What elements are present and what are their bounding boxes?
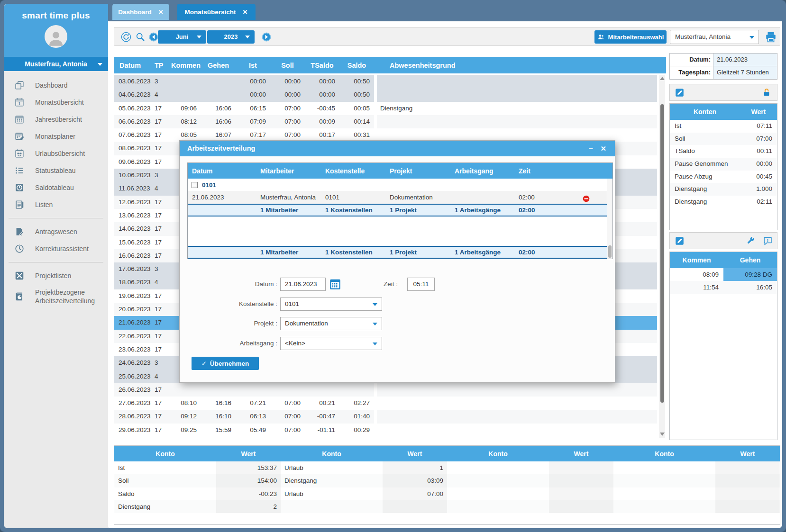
- sidebar-item-listen[interactable]: Listen: [4, 196, 108, 213]
- sidebar-item-urlaubsuebersicht[interactable]: Urlaubsübersicht: [4, 145, 108, 162]
- costcenter-label: Kostenstelle :: [180, 298, 277, 311]
- summary-row: Ist153:37Urlaub1: [114, 461, 780, 474]
- summary-row: Saldo-00:23Urlaub07:00: [114, 487, 780, 500]
- table-row[interactable]: 27.06.202317 08:1016:1607:21 07:0000:210…: [114, 397, 657, 410]
- edit-icon[interactable]: [675, 88, 685, 98]
- day-info-box: Datum: 21.06.2023 Tagesplan: Gleitzeit 7…: [669, 53, 777, 80]
- sidebar-item-saldotableau[interactable]: Saldotableau: [4, 179, 108, 196]
- close-icon[interactable]: ✕: [600, 141, 606, 156]
- konto-row[interactable]: TSaldo00:11: [670, 145, 777, 158]
- summary-header-cell: Wert: [549, 450, 613, 458]
- table-row[interactable]: 04.06.20234 00:00 00:0000:0000:50: [114, 88, 657, 101]
- month-table-header: Datum TP Kommen Gehen Ist Soll TSaldo Sa…: [114, 57, 666, 73]
- year-select[interactable]: 2023: [207, 30, 255, 44]
- book-chart-icon: [14, 291, 25, 302]
- day-date-value: 21.06.2023: [713, 54, 777, 66]
- calendar-vacation-icon: [14, 148, 25, 159]
- sidebar-item-antragswesen[interactable]: Antragswesen: [4, 223, 108, 240]
- previous-month-icon[interactable]: [148, 32, 159, 42]
- table-row[interactable]: 06.06.202317 08:1216:0607:09 07:0000:090…: [114, 115, 657, 128]
- booking-row[interactable]: 08:0909:28 DG: [670, 268, 777, 281]
- sidebar-item-korrekturassistent[interactable]: Korrekturassistent: [4, 240, 108, 257]
- konto-row[interactable]: Dienstgang02:11: [670, 196, 777, 208]
- vertical-scrollbar[interactable]: [659, 75, 665, 438]
- avatar: [45, 25, 67, 48]
- konto-row[interactable]: Pause Abzug00:45: [670, 171, 777, 183]
- month-select[interactable]: Juni: [158, 30, 206, 44]
- refresh-icon[interactable]: [121, 32, 131, 42]
- tab-label: Dashboard: [118, 9, 152, 16]
- table-row[interactable]: 05.06.202317 09:0616:0606:15 07:00-00:45…: [114, 102, 657, 115]
- tab-bar: Dashboard ✕ Monatsübersicht ✕: [108, 0, 782, 21]
- summary-header-cell: Konto: [114, 450, 216, 458]
- lock-icon[interactable]: [762, 88, 772, 98]
- time-input[interactable]: 05:11: [407, 278, 435, 291]
- summary-header-cell: Wert: [216, 450, 281, 458]
- grand-total-row: 1 Mitarbeiter 1 Kostenstellen 1 Projekt …: [188, 246, 607, 259]
- status-list-icon: [14, 165, 25, 176]
- sidebar-item-projektbezogene-arbeitszeitverteilung[interactable]: Projektbezogene Arbeitszeitverteilung: [4, 284, 108, 309]
- edit-icon[interactable]: [675, 236, 685, 246]
- konten-header: Konten Wert: [670, 104, 777, 120]
- distribution-header: Datum Mitarbeiter Kostenstelle Projekt A…: [188, 163, 612, 179]
- saldo-clock-icon: [14, 182, 25, 193]
- konto-row[interactable]: Soll07:00: [670, 133, 777, 145]
- sidebar-item-projektlisten[interactable]: Projektlisten: [4, 267, 108, 284]
- dialog-scrollbar[interactable]: [607, 179, 612, 259]
- tab-dashboard[interactable]: Dashboard ✕: [112, 4, 169, 20]
- sidebar-item-statustableau[interactable]: Statustableau: [4, 162, 108, 179]
- table-row[interactable]: 28.06.202317 09:1216:1006:13 07:00-00:47…: [114, 410, 657, 423]
- sidebar-item-monatsuebersicht[interactable]: 1 Monatsübersicht: [4, 94, 108, 111]
- chevron-down-icon: [98, 63, 102, 66]
- print-icon[interactable]: [765, 31, 777, 43]
- lists-icon: [14, 199, 25, 210]
- group-total-row: 1 Mitarbeiter 1 Kostenstellen 1 Projekt …: [188, 204, 607, 216]
- close-icon[interactable]: ✕: [158, 9, 164, 16]
- remove-icon[interactable]: [582, 194, 589, 201]
- scrollbar-thumb[interactable]: [660, 104, 664, 403]
- project-select[interactable]: Dokumentation: [280, 317, 382, 330]
- sidebar-item-jahresuebersicht[interactable]: Jahresübersicht: [4, 111, 108, 128]
- scroll-down-icon[interactable]: [660, 433, 665, 436]
- comment-icon[interactable]: [763, 236, 773, 246]
- scroll-up-icon[interactable]: [660, 77, 665, 80]
- konto-row[interactable]: Ist07:11: [670, 120, 777, 133]
- next-month-icon[interactable]: [261, 32, 272, 42]
- user-menu[interactable]: Musterfrau, Antonia: [4, 57, 108, 71]
- scrollbar-thumb[interactable]: [608, 245, 612, 258]
- distribution-row[interactable]: 21.06.2023 Musterfrau, Antonia 0101 Doku…: [188, 191, 607, 204]
- dialog-titlebar[interactable]: Arbeitszeitverteilung – ✕: [180, 141, 615, 156]
- chevron-down-icon: [245, 36, 250, 38]
- konto-row[interactable]: Pause Genommen00:00: [670, 158, 777, 171]
- dayplan-value: Gleitzeit 7 Stunden: [713, 66, 777, 79]
- booking-row[interactable]: 11:5416:05: [670, 281, 777, 294]
- summary-row: Soll154:00Dienstgang03:09: [114, 474, 780, 487]
- table-row[interactable]: 29.06.202317 09:2515:5905:49 07:00-01:11…: [114, 424, 657, 437]
- apply-button[interactable]: ✓ Übernehmen: [192, 357, 259, 370]
- employee-selection-button[interactable]: Mitarbeiterauswahl: [594, 30, 667, 44]
- summary-header-cell: Wert: [715, 450, 780, 458]
- sidebar-item-dashboard[interactable]: Dashboard: [4, 77, 108, 94]
- bookings-header: Kommen Gehen: [670, 252, 777, 268]
- table-row[interactable]: 03.06.20233 00:00 00:0000:0000:50: [114, 75, 657, 88]
- arbeitszeitverteilung-dialog: Arbeitszeitverteilung – ✕ Datum Mitarbei…: [179, 140, 615, 383]
- toolbar: Juni 2023 Mitarbeiterauswahl Musterfrau,…: [114, 27, 780, 46]
- request-doc-icon: [14, 226, 25, 237]
- minimize-icon[interactable]: –: [589, 141, 593, 156]
- group-name: 0101: [202, 181, 216, 189]
- collapse-icon[interactable]: [192, 182, 198, 188]
- clock-icon: [14, 243, 25, 254]
- close-icon[interactable]: ✕: [243, 9, 248, 16]
- search-icon[interactable]: [135, 32, 146, 42]
- konto-row[interactable]: Dienstgang1.000: [670, 183, 777, 196]
- calendar-month-icon: 1: [14, 97, 25, 108]
- tab-monatsuebersicht[interactable]: Monatsübersicht ✕: [177, 4, 256, 20]
- costcenter-select[interactable]: 0101: [280, 298, 382, 311]
- table-row[interactable]: 26.06.202317: [114, 383, 657, 397]
- wrench-icon[interactable]: [746, 236, 756, 246]
- operation-select[interactable]: <Kein>: [280, 337, 382, 350]
- employee-select[interactable]: Musterfrau, Antonia: [670, 30, 759, 44]
- chevron-down-icon: [749, 36, 754, 39]
- sidebar-item-monatsplaner[interactable]: Monatsplaner: [4, 128, 108, 145]
- month-summary-table: KontoWertKontoWertKontoWertKontoWert Ist…: [114, 445, 780, 525]
